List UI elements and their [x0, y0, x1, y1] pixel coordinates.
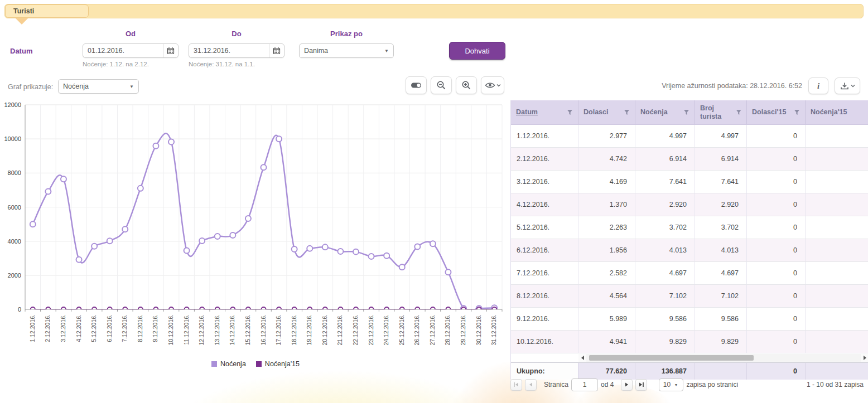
- filter-funnel-icon[interactable]: [794, 109, 800, 115]
- chart-point[interactable]: [431, 307, 435, 312]
- chart-point[interactable]: [45, 189, 51, 195]
- table-row[interactable]: 4.12.2016.1.3702.9202.9200: [511, 193, 868, 216]
- table-row[interactable]: 6.12.2016.1.9564.0134.0130: [511, 239, 868, 262]
- chart-point[interactable]: [292, 307, 297, 312]
- column-header-label[interactable]: Noćenja: [640, 108, 668, 116]
- chevron-down-icon[interactable]: ▼: [125, 80, 138, 93]
- date-to-input[interactable]: 31.12.2016.: [189, 43, 284, 58]
- chart-point[interactable]: [246, 307, 250, 312]
- horizontal-scrollbar[interactable]: [578, 353, 868, 362]
- page-number-input[interactable]: [571, 378, 598, 391]
- previous-page-button[interactable]: [525, 379, 537, 391]
- chart-point[interactable]: [91, 244, 97, 249]
- column-header-label[interactable]: Noćenja'15: [811, 108, 847, 116]
- scroll-right-button[interactable]: [861, 354, 868, 362]
- chart-point[interactable]: [337, 249, 343, 254]
- chart-point[interactable]: [92, 307, 97, 312]
- chart-point[interactable]: [107, 238, 113, 244]
- filter-funnel-icon[interactable]: [567, 109, 573, 115]
- filter-funnel-icon[interactable]: [683, 109, 689, 115]
- column-header-label[interactable]: Dolasci'15: [752, 108, 786, 116]
- chart-point[interactable]: [399, 264, 405, 270]
- column-header-label[interactable]: Dolasci: [584, 108, 608, 116]
- chart-point[interactable]: [400, 307, 404, 312]
- chart-point[interactable]: [30, 221, 36, 227]
- calendar-icon[interactable]: [269, 44, 284, 57]
- table-row[interactable]: 9.12.2016.5.9899.5869.5860: [511, 308, 868, 331]
- last-page-button[interactable]: [635, 379, 647, 391]
- chart-point[interactable]: [185, 307, 189, 312]
- chart-point[interactable]: [307, 246, 312, 251]
- table-row[interactable]: 5.12.2016.2.2633.7023.7020: [511, 216, 868, 239]
- chart-point[interactable]: [168, 139, 174, 144]
- chart-point[interactable]: [276, 136, 282, 142]
- calendar-icon[interactable]: [163, 44, 178, 57]
- chart-point[interactable]: [138, 307, 143, 312]
- chart-point[interactable]: [46, 307, 50, 312]
- chart-point[interactable]: [384, 307, 389, 312]
- chart-point[interactable]: [215, 307, 220, 312]
- chart-point[interactable]: [338, 307, 343, 312]
- table-row[interactable]: 7.12.2016.2.5824.6974.6970: [511, 262, 868, 285]
- chart-point[interactable]: [430, 241, 436, 246]
- first-page-button[interactable]: [510, 379, 522, 391]
- date-from-value[interactable]: 01.12.2016.: [83, 47, 163, 55]
- chart-point[interactable]: [492, 307, 496, 312]
- scrollbar-track[interactable]: [586, 354, 861, 362]
- legend-item-nocenja-15[interactable]: Noćenja'15: [256, 360, 300, 368]
- chart-point[interactable]: [384, 253, 389, 259]
- chart-point[interactable]: [77, 307, 81, 312]
- download-menu-button[interactable]: [835, 77, 860, 94]
- line-chart[interactable]: 0200040006000800010000120001.12.2016.2.1…: [3, 101, 508, 357]
- column-header-3[interactable]: Noćenja: [635, 100, 695, 124]
- tab-turisti[interactable]: Turisti: [5, 4, 89, 18]
- chart-point[interactable]: [277, 307, 281, 312]
- chart-point[interactable]: [230, 307, 235, 312]
- chart-point[interactable]: [215, 234, 220, 239]
- table-row[interactable]: 10.12.2016.4.9419.8299.8290: [511, 331, 868, 353]
- chart-point[interactable]: [61, 176, 66, 182]
- chart-point[interactable]: [307, 307, 312, 312]
- filter-funnel-icon[interactable]: [624, 109, 630, 115]
- chart-point[interactable]: [262, 307, 266, 312]
- filter-funnel-icon[interactable]: [736, 109, 741, 115]
- chart-point[interactable]: [445, 269, 451, 275]
- zoom-out-button[interactable]: [431, 76, 452, 94]
- chevron-down-icon[interactable]: ▼: [380, 44, 393, 57]
- chart-point[interactable]: [122, 226, 128, 232]
- dohvati-button[interactable]: Dohvati: [449, 42, 505, 60]
- chart-point[interactable]: [31, 307, 35, 312]
- chart-point[interactable]: [323, 307, 327, 312]
- column-header-label[interactable]: Broj turista: [700, 104, 736, 120]
- chart-point[interactable]: [322, 244, 328, 250]
- chart-point[interactable]: [446, 307, 450, 312]
- chart-point[interactable]: [414, 244, 420, 249]
- table-row[interactable]: 8.12.2016.4.5647.1027.1020: [511, 285, 868, 308]
- info-button[interactable]: i: [808, 77, 828, 94]
- chart-point[interactable]: [123, 307, 127, 312]
- chart-point[interactable]: [76, 257, 82, 263]
- graf-prikazuje-select[interactable]: Noćenja ▼: [58, 79, 139, 94]
- chart-point[interactable]: [169, 307, 173, 312]
- chart-point[interactable]: [292, 246, 297, 252]
- chart-point[interactable]: [261, 164, 267, 170]
- column-header-6[interactable]: Noćenja'15: [806, 100, 868, 124]
- page-size-select[interactable]: 10 ▼: [659, 378, 683, 391]
- date-to-value[interactable]: 31.12.2016.: [189, 47, 269, 55]
- legend-item-nocenja[interactable]: Noćenja: [211, 360, 246, 368]
- column-header-4[interactable]: Broj turista: [695, 100, 747, 124]
- table-row[interactable]: 2.12.2016.4.7426.9146.9140: [511, 148, 868, 171]
- column-header-5[interactable]: Dolasci'15: [747, 100, 806, 124]
- column-header-label[interactable]: Datum: [516, 108, 538, 116]
- date-from-input[interactable]: 01.12.2016.: [83, 43, 179, 58]
- chart-point[interactable]: [153, 143, 158, 149]
- column-header-1[interactable]: Datum: [511, 100, 578, 124]
- chart-point[interactable]: [461, 307, 466, 312]
- chart-point[interactable]: [477, 307, 481, 312]
- chart-point[interactable]: [153, 307, 158, 312]
- chart-point[interactable]: [369, 307, 374, 312]
- chart-point[interactable]: [138, 186, 143, 191]
- next-page-button[interactable]: [621, 379, 633, 391]
- chart-point[interactable]: [184, 247, 190, 253]
- chart-point[interactable]: [61, 307, 66, 312]
